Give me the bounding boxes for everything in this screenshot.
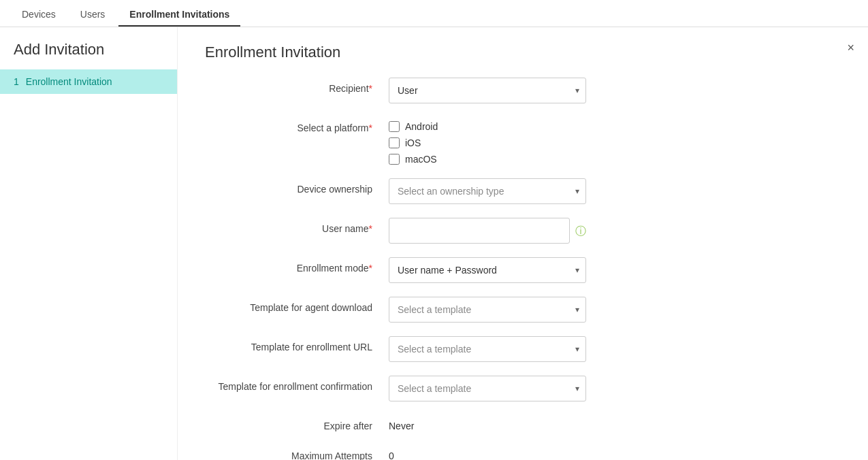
- sidebar-title: Add Invitation: [0, 27, 177, 69]
- android-label: Android: [405, 121, 438, 132]
- help-icon[interactable]: ⓘ: [575, 225, 586, 239]
- main-layout: Add Invitation 1 Enrollment Invitation ×…: [0, 27, 868, 460]
- expire-after-label: Expire after: [205, 415, 389, 431]
- platform-label: Select a platform*: [205, 117, 389, 133]
- platform-row: Select a platform* Android iOS macOS: [205, 117, 841, 165]
- recipient-select-wrapper: User Group ▾: [389, 78, 586, 103]
- template-enrollment-confirm-row: Template for enrollment confirmation Sel…: [205, 376, 841, 401]
- platform-android[interactable]: Android: [389, 121, 586, 132]
- form-title: Enrollment Invitation: [205, 44, 841, 61]
- max-attempts-value: 0: [389, 445, 586, 460]
- platform-macos[interactable]: macOS: [389, 154, 586, 165]
- device-ownership-control: Select an ownership type Corporate Perso…: [389, 178, 586, 204]
- template-enrollment-url-control: Select a template ▾: [389, 336, 586, 362]
- recipient-select[interactable]: User Group: [389, 78, 586, 103]
- user-name-input[interactable]: [389, 218, 570, 244]
- template-enrollment-confirm-select-wrapper: Select a template ▾: [389, 376, 586, 401]
- android-checkbox[interactable]: [389, 121, 400, 132]
- sidebar-item-enrollment-invitation[interactable]: 1 Enrollment Invitation: [0, 69, 177, 94]
- template-enrollment-confirm-label: Template for enrollment confirmation: [205, 376, 389, 392]
- max-attempts-control: 0: [389, 445, 586, 460]
- ios-checkbox[interactable]: [389, 137, 400, 148]
- sidebar-item-label: Enrollment Invitation: [26, 76, 112, 87]
- max-attempts-label: Maximum Attempts: [205, 445, 389, 460]
- user-name-control: ⓘ: [389, 218, 586, 244]
- macos-checkbox[interactable]: [389, 154, 400, 165]
- template-agent-label: Template for agent download: [205, 297, 389, 313]
- enrollment-mode-select-wrapper: User name + Password Single Sign-On ▾: [389, 257, 586, 283]
- ios-label: iOS: [405, 137, 421, 148]
- tab-users[interactable]: Users: [69, 3, 116, 27]
- template-agent-row: Template for agent download Select a tem…: [205, 297, 841, 323]
- sidebar-item-number: 1: [14, 76, 19, 87]
- recipient-control: User Group ▾: [389, 78, 586, 103]
- template-agent-select-wrapper: Select a template ▾: [389, 297, 586, 323]
- enrollment-mode-row: Enrollment mode* User name + Password Si…: [205, 257, 841, 283]
- macos-label: macOS: [405, 154, 437, 165]
- recipient-row: Recipient* User Group ▾: [205, 78, 841, 103]
- recipient-label: Recipient*: [205, 78, 389, 94]
- template-agent-control: Select a template ▾: [389, 297, 586, 323]
- expire-after-value: Never: [389, 415, 586, 431]
- content-area: × Enrollment Invitation Recipient* User …: [178, 27, 868, 460]
- expire-after-row: Expire after Never: [205, 415, 841, 431]
- template-enrollment-url-select[interactable]: Select a template: [389, 336, 586, 362]
- template-enrollment-url-label: Template for enrollment URL: [205, 336, 389, 352]
- enrollment-mode-select[interactable]: User name + Password Single Sign-On: [389, 257, 586, 283]
- device-ownership-select[interactable]: Select an ownership type Corporate Perso…: [389, 178, 586, 204]
- enrollment-mode-label: Enrollment mode*: [205, 257, 389, 274]
- template-enrollment-confirm-select[interactable]: Select a template: [389, 376, 586, 401]
- tab-devices[interactable]: Devices: [11, 3, 67, 27]
- device-ownership-select-wrapper: Select an ownership type Corporate Perso…: [389, 178, 586, 204]
- platform-control: Android iOS macOS: [389, 117, 586, 165]
- template-agent-select[interactable]: Select a template: [389, 297, 586, 323]
- template-enrollment-url-row: Template for enrollment URL Select a tem…: [205, 336, 841, 362]
- template-enrollment-confirm-control: Select a template ▾: [389, 376, 586, 401]
- enrollment-mode-control: User name + Password Single Sign-On ▾: [389, 257, 586, 283]
- close-button[interactable]: ×: [847, 41, 854, 55]
- user-name-row: User name* ⓘ: [205, 218, 841, 244]
- platform-ios[interactable]: iOS: [389, 137, 586, 148]
- platform-checkbox-group: Android iOS macOS: [389, 117, 586, 165]
- max-attempts-row: Maximum Attempts 0: [205, 445, 841, 460]
- device-ownership-row: Device ownership Select an ownership typ…: [205, 178, 841, 204]
- user-name-label: User name*: [205, 218, 389, 234]
- device-ownership-label: Device ownership: [205, 178, 389, 195]
- template-enrollment-url-select-wrapper: Select a template ▾: [389, 336, 586, 362]
- expire-after-control: Never: [389, 415, 586, 431]
- tab-enrollment-invitations[interactable]: Enrollment Invitations: [118, 3, 240, 27]
- top-nav: Devices Users Enrollment Invitations: [0, 0, 868, 27]
- sidebar: Add Invitation 1 Enrollment Invitation: [0, 27, 178, 460]
